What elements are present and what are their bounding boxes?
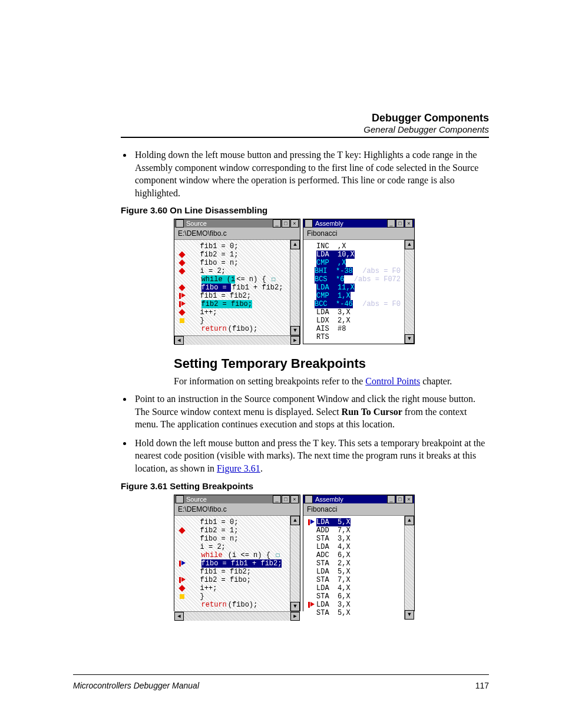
maximize-icon[interactable]: □ xyxy=(396,495,404,503)
close-icon[interactable]: × xyxy=(290,495,299,503)
minimize-icon[interactable]: _ xyxy=(387,495,395,503)
scroll-up-icon[interactable]: ▲ xyxy=(405,240,414,249)
scroll-left-icon[interactable]: ◄ xyxy=(174,612,184,621)
code-line[interactable]: i = 2; xyxy=(178,267,286,275)
page-number: 117 xyxy=(475,681,489,690)
maximize-icon[interactable]: □ xyxy=(282,495,290,503)
top-bullet: Holding down the left mouse button and p… xyxy=(133,149,489,199)
asm-line[interactable]: ADD 7,X xyxy=(307,526,401,535)
source-code-area[interactable]: fib1 = 0; fib2 = 1; fibo = n; i = 2; whi… xyxy=(174,516,290,611)
code-line[interactable]: fib2 = fibo; xyxy=(178,576,286,584)
minimize-icon[interactable]: _ xyxy=(273,495,281,503)
figure-caption-361: Figure 3.61 Setting Breakpoints xyxy=(121,481,489,491)
scroll-left-icon[interactable]: ◄ xyxy=(174,336,184,345)
assembly-code-area[interactable]: LDA 5,XADD 7,XSTA 3,XLDA 4,XADC 6,XSTA 2… xyxy=(303,516,404,620)
top-bullet-list: Holding down the left mouse button and p… xyxy=(121,149,489,199)
vertical-scrollbar[interactable]: ▲ ▼ xyxy=(404,516,414,620)
code-line[interactable]: fibo = n; xyxy=(178,535,286,543)
source-code-area[interactable]: fib1 = 0; fib2 = 1; fibo = n; i = 2; whi… xyxy=(174,240,290,335)
code-line[interactable]: return(fibo); xyxy=(178,601,286,609)
source-titlebar[interactable]: Source _ □ × xyxy=(174,219,300,228)
code-line[interactable]: fib2 = fibo; xyxy=(178,300,286,308)
source-titlebar[interactable]: Source _ □ × xyxy=(174,495,300,503)
asm-line[interactable]: LDX 2,X xyxy=(307,317,401,325)
scroll-up-icon[interactable]: ▲ xyxy=(405,516,414,525)
asm-line[interactable]: LDA 5,X xyxy=(307,518,401,526)
vertical-scrollbar[interactable]: ▲ ▼ xyxy=(290,240,300,335)
scroll-down-icon[interactable]: ▼ xyxy=(405,334,414,344)
asm-line[interactable]: LDA 4,X xyxy=(307,584,401,592)
horizontal-scrollbar[interactable]: ◄ ► xyxy=(174,611,300,621)
code-line[interactable]: fib1 = fib2; xyxy=(178,292,286,300)
asm-line[interactable]: BCC *-46 /abs = F0 xyxy=(307,300,401,308)
code-line[interactable]: while (i <= n) { ☐ xyxy=(178,551,286,559)
scroll-up-icon[interactable]: ▲ xyxy=(290,240,300,249)
asm-line[interactable]: LDA 3,X xyxy=(307,601,401,609)
vertical-scrollbar[interactable]: ▲ ▼ xyxy=(290,516,300,611)
asm-line[interactable]: STA 2,X xyxy=(307,559,401,568)
instructions-list: Point to an instruction in the Source co… xyxy=(121,393,489,475)
asm-line[interactable]: STA 7,X xyxy=(307,576,401,584)
code-line[interactable]: i++; xyxy=(178,308,286,317)
horizontal-scrollbar[interactable]: ◄ ► xyxy=(174,335,300,345)
minimize-icon[interactable]: _ xyxy=(273,219,281,228)
asm-line[interactable]: LDA 11,X xyxy=(307,284,401,292)
instruction-2: Hold down the left mouse button and pres… xyxy=(133,437,489,475)
intro-paragraph: For information on setting breakpoints r… xyxy=(174,375,489,388)
code-line[interactable]: fibo = n; xyxy=(178,259,286,267)
scroll-right-icon[interactable]: ► xyxy=(290,336,300,345)
assembly-title: Assembly xyxy=(315,496,343,503)
scroll-up-icon[interactable]: ▲ xyxy=(290,516,300,525)
assembly-titlebar[interactable]: Assembly _ □ × xyxy=(303,495,414,503)
figure-caption-360: Figure 3.60 On Line Disassembling xyxy=(121,205,489,215)
code-line[interactable]: i = 2; xyxy=(178,543,286,551)
code-line[interactable]: fib2 = 1; xyxy=(178,526,286,535)
asm-line[interactable]: STA 6,X xyxy=(307,592,401,601)
code-line[interactable]: while (i<= n) { ☐ xyxy=(178,275,286,284)
control-points-link[interactable]: Control Points xyxy=(365,376,420,386)
assembly-window: Assembly _ □ × Fibonacci INC ,XLDA 10,XC… xyxy=(303,219,415,344)
asm-line[interactable]: STA 3,X xyxy=(307,535,401,543)
figure-361-link[interactable]: Figure 3.61 xyxy=(217,463,260,473)
asm-line[interactable]: LDA 3,X xyxy=(307,308,401,317)
minimize-icon[interactable]: _ xyxy=(387,219,395,228)
instruction-1: Point to an instruction in the Source co… xyxy=(133,393,489,431)
asm-line[interactable]: RTS xyxy=(307,333,401,341)
asm-line[interactable]: LDA 10,X xyxy=(307,251,401,259)
asm-line[interactable]: STA 5,X xyxy=(307,609,401,617)
close-icon[interactable]: × xyxy=(405,495,413,503)
source-title: Source xyxy=(186,496,207,503)
vertical-scrollbar[interactable]: ▲ ▼ xyxy=(404,240,414,344)
assembly-title: Assembly xyxy=(315,220,343,227)
code-line[interactable]: return(fibo); xyxy=(178,325,286,333)
assembly-label: Fibonacci xyxy=(303,503,414,516)
code-line[interactable]: fib1 = fib2; xyxy=(178,568,286,576)
asm-line[interactable]: INC ,X xyxy=(307,242,401,251)
scroll-down-icon[interactable]: ▼ xyxy=(405,610,414,620)
code-line[interactable]: } xyxy=(178,317,286,325)
code-line[interactable]: i++; xyxy=(178,584,286,592)
scroll-down-icon[interactable]: ▼ xyxy=(290,602,300,611)
asm-line[interactable]: ADC 6,X xyxy=(307,551,401,559)
assembly-code-area[interactable]: INC ,XLDA 10,XCMP ,XBHI *-38 /abs = F0BC… xyxy=(303,240,404,344)
asm-line[interactable]: CMP 1,X xyxy=(307,292,401,300)
close-icon[interactable]: × xyxy=(405,219,413,228)
asm-line[interactable]: LDA 5,X xyxy=(307,568,401,576)
code-line[interactable]: } xyxy=(178,592,286,601)
code-line[interactable]: fib1 = 0; xyxy=(178,242,286,251)
scroll-down-icon[interactable]: ▼ xyxy=(290,326,300,335)
close-icon[interactable]: × xyxy=(290,219,299,228)
asm-line[interactable]: CMP ,X xyxy=(307,259,401,267)
assembly-titlebar[interactable]: Assembly _ □ × xyxy=(303,219,414,228)
asm-line[interactable]: LDA 4,X xyxy=(307,543,401,551)
asm-line[interactable]: AIS #8 xyxy=(307,325,401,333)
scroll-right-icon[interactable]: ► xyxy=(290,612,300,621)
code-line[interactable]: fib2 = 1; xyxy=(178,251,286,259)
asm-line[interactable]: BHI *-38 /abs = F0 xyxy=(307,267,401,275)
code-line[interactable]: fib1 = 0; xyxy=(178,518,286,526)
maximize-icon[interactable]: □ xyxy=(282,219,290,228)
asm-line[interactable]: BCS *6 /abs = F072 xyxy=(307,275,401,284)
code-line[interactable]: fibo = fib1 + fib2; xyxy=(178,559,286,568)
code-line[interactable]: fibo = fib1 + fib2; xyxy=(178,284,286,292)
maximize-icon[interactable]: □ xyxy=(396,219,404,228)
